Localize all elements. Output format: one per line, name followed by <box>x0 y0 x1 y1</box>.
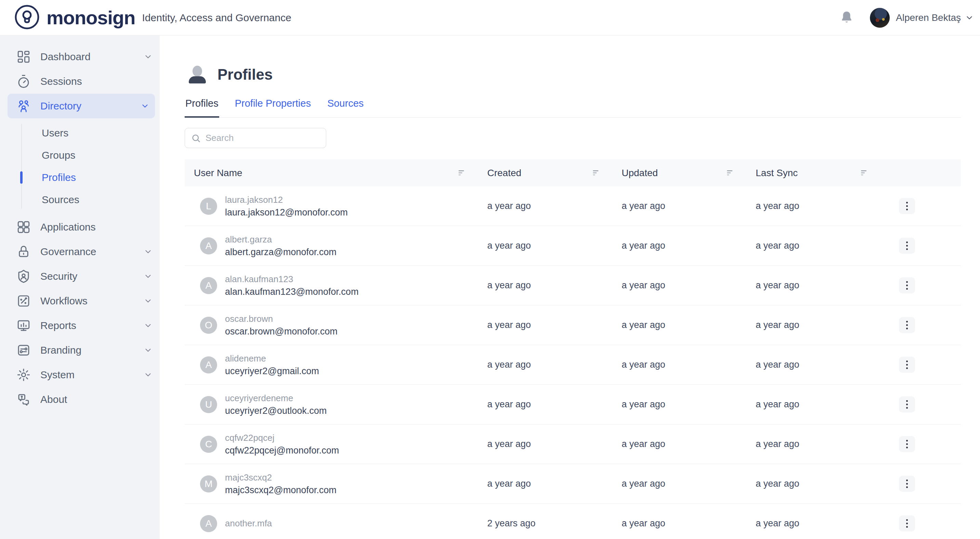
sidebar-item-directory[interactable]: Directory <box>8 94 155 118</box>
row-username: albert.garza <box>225 233 336 246</box>
row-created: a year ago <box>487 280 622 291</box>
sort-icon[interactable] <box>727 170 735 176</box>
sort-icon[interactable] <box>593 170 600 176</box>
row-email: albert.garza@monofor.com <box>225 246 336 259</box>
row-created: a year ago <box>487 439 622 449</box>
row-created: a year ago <box>487 359 622 370</box>
page-title: Profiles <box>218 66 272 83</box>
shield-user-icon <box>16 269 31 283</box>
row-actions-kebab-button[interactable] <box>899 317 915 333</box>
profile-person-icon <box>189 66 206 83</box>
notifications-bell-icon[interactable] <box>840 10 853 25</box>
tab-bar: Profiles Profile Properties Sources <box>185 98 961 118</box>
row-last-sync: a year ago <box>756 280 890 291</box>
sidebar-item-applications[interactable]: Applications <box>0 215 160 239</box>
sidebar-item-branding[interactable]: Branding <box>0 338 160 363</box>
sort-icon[interactable] <box>458 170 466 176</box>
row-updated: a year ago <box>622 280 756 291</box>
sidebar-item-governance[interactable]: Governance <box>0 239 160 264</box>
dashboard-icon <box>16 49 31 64</box>
sidebar-item-label: Dashboard <box>40 51 91 63</box>
gear-icon <box>16 368 31 382</box>
table-row[interactable]: A albert.garza albert.garza@monofor.com … <box>185 226 961 266</box>
row-username: another.mfa <box>225 517 272 530</box>
chevron-down-icon <box>144 297 153 305</box>
row-actions-kebab-button[interactable] <box>899 515 915 531</box>
row-created: a year ago <box>487 201 622 211</box>
row-email: laura.jakson12@monofor.com <box>225 206 348 219</box>
row-last-sync: a year ago <box>756 518 890 529</box>
table-row[interactable]: A another.mfa 2 years ago a year ago a y… <box>185 504 961 539</box>
sidebar-item-label: Workflows <box>40 295 88 307</box>
sidebar-item-reports[interactable]: Reports <box>0 313 160 338</box>
sidebar-item-label: Users <box>42 127 68 139</box>
row-updated: a year ago <box>622 240 756 251</box>
avatar: A <box>200 277 217 294</box>
row-email: uceyriyer2@outlook.com <box>225 405 327 417</box>
row-actions-kebab-button[interactable] <box>899 436 915 452</box>
sidebar-item-label: Profiles <box>42 172 76 183</box>
table-row[interactable]: A alan.kaufman123 alan.kaufman123@monofo… <box>185 266 961 305</box>
brand-logo[interactable]: monosign <box>14 4 135 32</box>
avatar: M <box>200 475 217 493</box>
row-created: a year ago <box>487 320 622 331</box>
avatar: A <box>200 356 217 374</box>
row-username: laura.jakson12 <box>225 194 348 206</box>
row-username: alan.kaufman123 <box>225 273 359 286</box>
sidebar-item-dashboard[interactable]: Dashboard <box>0 45 160 69</box>
tab-profiles[interactable]: Profiles <box>185 98 219 118</box>
column-header-last-sync: Last Sync <box>756 168 890 178</box>
sidebar-item-security[interactable]: Security <box>0 264 160 289</box>
sidebar-item-groups[interactable]: Groups <box>0 144 160 166</box>
monosign-keyhole-icon <box>14 4 40 32</box>
people-group-icon <box>16 99 31 113</box>
chevron-down-icon <box>144 247 153 256</box>
row-actions-kebab-button[interactable] <box>899 476 915 492</box>
search-input[interactable] <box>205 133 318 143</box>
row-actions-kebab-button[interactable] <box>899 198 915 214</box>
app-grid-icon <box>16 220 31 234</box>
row-updated: a year ago <box>622 201 756 211</box>
sort-icon[interactable] <box>861 170 869 176</box>
row-actions-kebab-button[interactable] <box>899 277 915 293</box>
table-row[interactable]: U uceyriyerdeneme uceyriyer2@outlook.com… <box>185 385 961 425</box>
column-header-created: Created <box>487 168 622 178</box>
table-row[interactable]: M majc3scxq2 majc3scxq2@monofor.com a ye… <box>185 464 961 504</box>
row-last-sync: a year ago <box>756 201 890 211</box>
table-header: User Name Created Updated Last Sync <box>185 159 961 186</box>
sidebar-item-system[interactable]: System <box>0 363 160 387</box>
sidebar-item-sessions[interactable]: Sessions <box>0 69 160 94</box>
avatar: A <box>200 515 217 532</box>
row-created: a year ago <box>487 240 622 251</box>
sidebar-item-profiles[interactable]: Profiles <box>0 166 160 188</box>
sidebar-item-users[interactable]: Users <box>0 122 160 144</box>
table-row[interactable]: C cqfw22pqcej cqfw22pqcej@monofor.com a … <box>185 425 961 464</box>
row-last-sync: a year ago <box>756 479 890 489</box>
user-menu-chevron-down-icon[interactable] <box>965 13 974 22</box>
tab-sources[interactable]: Sources <box>326 98 364 118</box>
sidebar-item-label: Sources <box>42 194 80 205</box>
sidebar-item-sources[interactable]: Sources <box>0 188 160 211</box>
row-actions-kebab-button[interactable] <box>899 357 915 373</box>
chevron-down-icon <box>144 52 153 61</box>
table-row[interactable]: A alideneme uceyriyer2@gmail.com a year … <box>185 345 961 385</box>
user-name[interactable]: Alperen Bektaş <box>896 12 961 23</box>
row-actions-kebab-button[interactable] <box>899 238 915 254</box>
row-username: majc3scxq2 <box>225 471 336 484</box>
row-email: majc3scxq2@monofor.com <box>225 484 336 497</box>
table-row[interactable]: O oscar.brown oscar.brown@monofor.com a … <box>185 305 961 345</box>
row-email: oscar.brown@monofor.com <box>225 325 337 338</box>
tab-profile-properties[interactable]: Profile Properties <box>234 98 312 118</box>
user-avatar[interactable] <box>870 8 890 28</box>
chevron-down-icon <box>144 321 153 330</box>
table-row[interactable]: L laura.jakson12 laura.jakson12@monofor.… <box>185 186 961 226</box>
sidebar-item-about[interactable]: About <box>0 387 160 412</box>
sidebar-item-label: Reports <box>40 320 76 331</box>
brand-name: monosign <box>46 6 135 29</box>
sidebar-item-workflows[interactable]: Workflows <box>0 289 160 313</box>
row-created: a year ago <box>487 479 622 489</box>
sidebar-nav: Dashboard Sessions Directory Users Group… <box>0 36 160 539</box>
row-last-sync: a year ago <box>756 240 890 251</box>
row-actions-kebab-button[interactable] <box>899 396 915 412</box>
search-box <box>185 128 326 148</box>
